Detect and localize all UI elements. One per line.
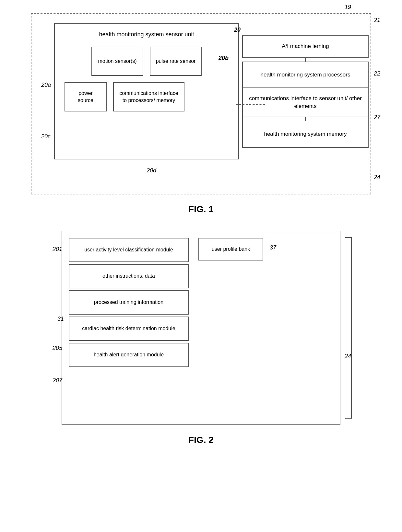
label-24: 24 xyxy=(374,174,380,181)
motion-sensor-label: motion sensor(s) xyxy=(98,58,136,65)
user-profile-bank-label: user profile bank xyxy=(212,246,250,253)
right-column: A/I machine lerning health monitoring sy… xyxy=(242,35,369,148)
pulse-sensor-box: pulse rate sensor xyxy=(150,47,202,76)
hms-processors-box: health monitoring system processors xyxy=(243,62,368,88)
label-20a: 20a xyxy=(41,82,51,88)
label-37: 37 xyxy=(270,244,276,251)
label-20b: 20b xyxy=(219,55,229,62)
sensor-unit-title: health monitoring system sensor unit xyxy=(61,30,232,39)
dashed-connector-line xyxy=(236,104,265,105)
ai-machine-learning-box: A/I machine lerning xyxy=(242,35,369,58)
fig1-outer-box: 19 21 22 27 24 health monitoring system … xyxy=(31,13,371,194)
health-alert-label: health alert generation module xyxy=(94,351,164,358)
health-alert-box: health alert generation module xyxy=(69,343,189,367)
ai-machine-learning-label: A/I machine lerning xyxy=(282,43,329,50)
label-31: 31 xyxy=(57,316,64,322)
cardiac-health-risk-label: cardiac health risk determination module xyxy=(82,325,175,332)
user-activity-module-box: user activity level classification modul… xyxy=(69,238,189,262)
hms-memory-box: health monitoring system memory xyxy=(243,121,368,147)
hms-processors-label: health monitoring system processors xyxy=(261,71,350,79)
processed-training-box: processed training information xyxy=(69,290,189,315)
sensor-unit-box: health monitoring system sensor unit 20b… xyxy=(54,23,239,159)
other-instructions-label: other instructions, data xyxy=(102,272,155,280)
label-205: 205 xyxy=(53,345,62,352)
processed-training-label: processed training information xyxy=(94,299,163,306)
label-207: 207 xyxy=(53,377,62,384)
fig1-title: FIG. 1 xyxy=(19,204,383,214)
comms-interface-label: communications interface to sensor unit/… xyxy=(247,95,364,110)
hms-memory-label: health monitoring system memory xyxy=(264,130,347,138)
comms-to-processors-box: communications interface to processors/ … xyxy=(113,82,184,111)
motion-sensor-box: motion sensor(s) xyxy=(91,47,143,76)
pulse-sensor-label: pulse rate sensor xyxy=(156,58,196,65)
fig2-right-column: 37 user profile bank xyxy=(198,238,263,367)
label-20c: 20c xyxy=(41,133,51,140)
comms-interface-box: communications interface to sensor unit/… xyxy=(243,88,368,117)
label-20d: 20d xyxy=(147,167,156,174)
fig2-right-bracket xyxy=(345,237,352,419)
fig2-outer-box: 24 201 31 205 207 user activity level cl xyxy=(62,231,340,425)
power-source-box: power source xyxy=(65,82,107,111)
fig2-title: FIG. 2 xyxy=(19,435,383,445)
cardiac-health-risk-box: cardiac health risk determination module xyxy=(69,317,189,341)
user-activity-module-label: user activity level classification modul… xyxy=(84,246,173,253)
label-19: 19 xyxy=(345,4,351,11)
label-22: 22 xyxy=(374,70,380,77)
label-21: 21 xyxy=(374,17,380,24)
other-instructions-box: other instructions, data xyxy=(69,264,189,288)
user-profile-bank-box: user profile bank xyxy=(198,238,263,260)
label-201: 201 xyxy=(53,246,62,253)
label-27: 27 xyxy=(374,114,380,121)
power-source-label: power source xyxy=(70,90,101,104)
fig2-left-column: 201 31 205 207 user activity level class… xyxy=(69,238,189,367)
comms-to-processors-label: communications interface to processors/ … xyxy=(119,90,179,104)
label-20: 20 xyxy=(234,27,241,33)
